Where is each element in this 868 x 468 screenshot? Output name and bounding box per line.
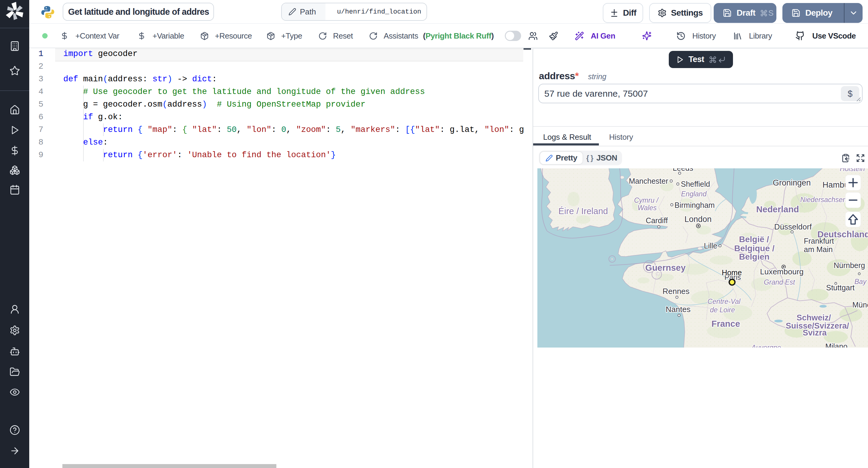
svg-text:London: London	[684, 215, 712, 224]
svg-text:Leeds: Leeds	[673, 168, 693, 172]
svg-text:Home: Home	[722, 268, 742, 277]
svg-text:Deutschland: Deutschland	[817, 230, 868, 239]
svg-text:Centre-Val: Centre-Val	[707, 298, 741, 305]
svg-text:France: France	[711, 319, 740, 329]
svg-text:Stuttgart: Stuttgart	[826, 283, 855, 292]
svg-text:Luxembourg: Luxembourg	[760, 267, 804, 276]
svg-text:am Main: am Main	[804, 245, 833, 254]
svg-text:Belgien: Belgien	[739, 252, 770, 261]
svg-text:Groningen: Groningen	[773, 178, 811, 187]
svg-text:Münch: Münch	[852, 301, 868, 309]
svg-text:England: England	[681, 190, 707, 198]
svg-text:Guernsey: Guernsey	[645, 263, 686, 272]
svg-text:Belgique /: Belgique /	[734, 244, 775, 253]
svg-text:Svizra: Svizra	[803, 328, 827, 337]
svg-text:Nürnberg: Nürnberg	[834, 261, 865, 270]
svg-text:Manchester: Manchester	[629, 177, 668, 185]
svg-text:Düsseldorf: Düsseldorf	[774, 222, 812, 231]
svg-text:de Loire: de Loire	[710, 306, 735, 314]
svg-text:Grand Est: Grand Est	[764, 278, 795, 286]
svg-text:Schweiz/: Schweiz/	[797, 313, 831, 322]
svg-text:Cardiff: Cardiff	[646, 216, 668, 225]
svg-text:Nantes: Nantes	[666, 305, 690, 314]
svg-text:Wales: Wales	[638, 204, 657, 212]
svg-text:Milano: Milano	[825, 342, 847, 347]
svg-text:Sheffield: Sheffield	[681, 180, 710, 188]
svg-text:België /: België /	[739, 235, 769, 244]
svg-text:Bay: Bay	[855, 278, 867, 286]
svg-text:Cymru /: Cymru /	[634, 196, 659, 204]
svg-text:Niedersachsen: Niedersachsen	[800, 196, 846, 204]
svg-text:Auvergne-: Auvergne-	[751, 344, 783, 347]
svg-text:Lille: Lille	[704, 241, 717, 250]
svg-text:Holstein: Holstein	[840, 168, 865, 173]
svg-text:Birmingham: Birmingham	[675, 201, 715, 209]
svg-text:Éire / Ireland: Éire / Ireland	[558, 206, 608, 216]
svg-text:Rennes: Rennes	[662, 287, 689, 296]
svg-text:Nederland: Nederland	[756, 204, 799, 214]
